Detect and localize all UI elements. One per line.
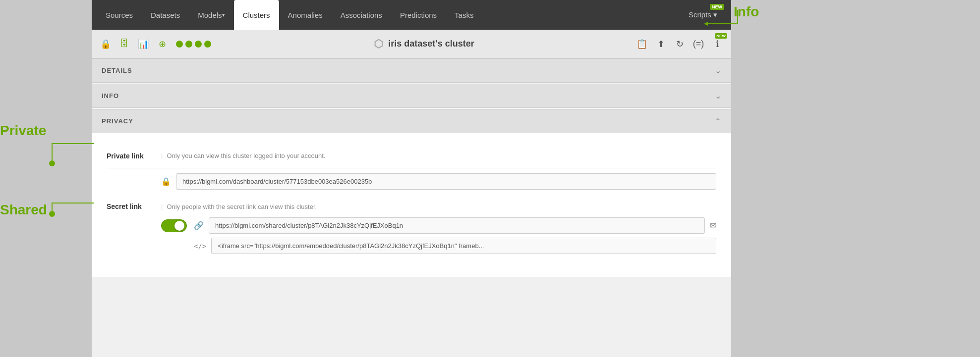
iframe-url-row: </>: [161, 238, 716, 254]
private-label: Private: [0, 123, 46, 139]
toggle-row: 🔗 ✉: [161, 217, 716, 234]
nav-models[interactable]: Models: [189, 0, 233, 30]
toolbar-title-area: ⬡ iris dataset's cluster: [217, 38, 631, 51]
email-icon[interactable]: ✉: [710, 221, 716, 230]
details-chevron-icon: ⌄: [715, 66, 721, 75]
privacy-chevron-icon: ⌄: [715, 116, 721, 126]
iframe-url-input[interactable]: [211, 238, 716, 254]
share-link-icon: 🔗: [194, 221, 204, 230]
info-chevron-icon: ⌄: [715, 91, 721, 101]
dot-1: [176, 41, 183, 48]
svg-marker-2: [704, 22, 708, 26]
info-section-header[interactable]: INFO ⌄: [92, 84, 731, 108]
secret-link-toggle[interactable]: [161, 219, 187, 232]
secret-shared-url-row: 🔗 ✉: [194, 217, 716, 234]
info-section-title: INFO: [102, 92, 119, 100]
toolbar: 🔒 🗄 📊 ⊕ ⬡ iris dataset's cluster 📋 ⬆ ↻ (…: [92, 30, 731, 58]
main-container: Sources Datasets Models Clusters Anomali…: [92, 0, 731, 357]
nav-datasets[interactable]: Datasets: [142, 0, 189, 30]
lock-icon[interactable]: 🔒: [98, 36, 114, 52]
toolbar-right-icons: 📋 ⬆ ↻ (=) ℹ NEW: [634, 36, 725, 52]
details-section-title: DETAILS: [102, 67, 132, 74]
private-link-row: Private link Only you can view this clus…: [107, 143, 716, 168]
progress-dots: [173, 41, 214, 48]
private-arrow-line: [50, 134, 149, 173]
nav-anomalies[interactable]: Anomalies: [279, 0, 332, 30]
nav-clusters[interactable]: Clusters: [234, 0, 279, 30]
secret-header-row: Secret link Only people with the secret …: [107, 203, 716, 210]
dot-3: [195, 41, 202, 48]
database-icon[interactable]: 🗄: [116, 36, 132, 52]
code-brackets-icon: </>: [194, 242, 206, 250]
content-area: DETAILS ⌄ INFO ⌄ PRIVACY ⌄ Private link …: [92, 58, 731, 277]
toolbar-title-text: iris dataset's cluster: [388, 39, 474, 49]
lock-url-icon: 🔒: [161, 177, 171, 186]
split-icon[interactable]: ⊕: [154, 36, 170, 52]
secret-url-input[interactable]: [209, 217, 705, 234]
info-icon[interactable]: ℹ NEW: [709, 36, 725, 52]
nav-associations[interactable]: Associations: [332, 0, 391, 30]
dot-4: [204, 41, 211, 48]
toggle-track: [161, 219, 187, 232]
secret-url-rows: 🔗 ✉ </>: [107, 217, 716, 254]
secret-link-section: Secret link Only people with the secret …: [107, 195, 716, 262]
details-section-header[interactable]: DETAILS ⌄: [92, 58, 731, 83]
privacy-content: Private link Only you can view this clus…: [92, 133, 731, 277]
upload-icon[interactable]: ⬆: [653, 36, 669, 52]
cluster-icon: ⬡: [374, 38, 383, 51]
private-link-desc: Only you can view this cluster logged in…: [161, 151, 716, 159]
code-icon[interactable]: (=): [691, 36, 706, 52]
secret-link-desc: Only people with the secret link can vie…: [161, 203, 317, 210]
dot-2: [185, 41, 192, 48]
shared-arrow-line: [50, 193, 149, 223]
refresh-icon[interactable]: ↻: [672, 36, 688, 52]
clipboard-icon[interactable]: 📋: [634, 36, 650, 52]
chart-icon[interactable]: 📊: [135, 36, 151, 52]
navbar: Sources Datasets Models Clusters Anomali…: [92, 0, 731, 30]
nav-sources[interactable]: Sources: [97, 0, 142, 30]
privacy-section-title: PRIVACY: [102, 117, 133, 125]
private-url-input[interactable]: [176, 173, 716, 190]
toggle-thumb: [174, 221, 184, 231]
nav-predictions[interactable]: Predictions: [391, 0, 446, 30]
private-url-row: 🔒: [107, 168, 716, 195]
shared-label: Shared: [0, 202, 47, 218]
info-arrow-line: [703, 5, 743, 35]
privacy-section-header[interactable]: PRIVACY ⌄: [92, 109, 731, 133]
nav-tasks[interactable]: Tasks: [446, 0, 482, 30]
